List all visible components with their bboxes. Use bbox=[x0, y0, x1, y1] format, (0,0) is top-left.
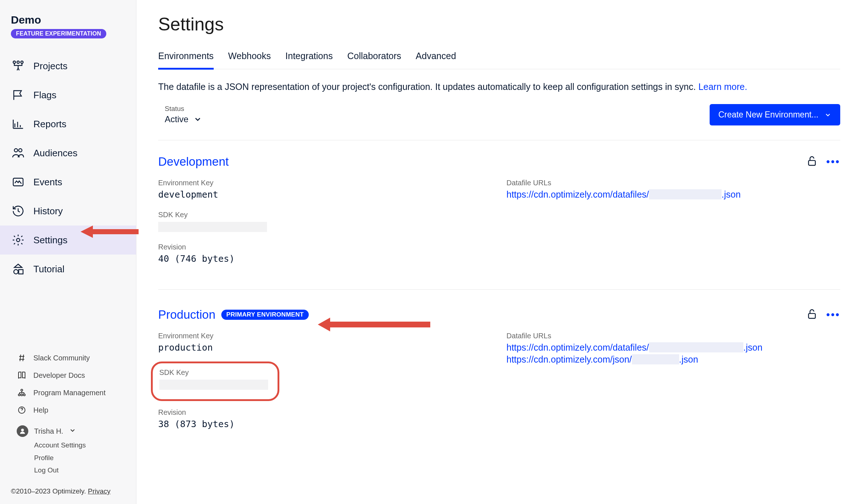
sidebar-item-label: Audiences bbox=[33, 148, 77, 159]
url-prefix: https://cdn.optimizely.com/datafiles/ bbox=[506, 189, 649, 200]
privacy-link[interactable]: Privacy bbox=[88, 487, 110, 495]
datafile-url[interactable]: https://cdn.optimizely.com/datafiles/.js… bbox=[506, 342, 840, 353]
sidebar-item-label: Settings bbox=[33, 235, 67, 246]
sidebar-link-program[interactable]: Program Management bbox=[17, 384, 125, 401]
sdk-key-value bbox=[159, 379, 268, 390]
more-menu-icon[interactable]: ••• bbox=[826, 310, 840, 320]
sidebar-link-slack[interactable]: Slack Community bbox=[17, 349, 125, 367]
environment-key-value: development bbox=[158, 189, 492, 200]
book-icon bbox=[17, 370, 27, 380]
link-label: Slack Community bbox=[33, 354, 90, 362]
sidebar-link-docs[interactable]: Developer Docs bbox=[17, 367, 125, 384]
user-link-profile[interactable]: Profile bbox=[34, 452, 125, 464]
svg-point-8 bbox=[14, 270, 18, 274]
svg-point-6 bbox=[17, 239, 20, 242]
sidebar-item-label: Reports bbox=[33, 119, 66, 130]
sidebar-item-reports[interactable]: Reports bbox=[0, 110, 136, 139]
field-label-sdk-key: SDK Key bbox=[158, 211, 492, 219]
reports-icon bbox=[11, 117, 25, 131]
main-content: Settings Environments Webhooks Integrati… bbox=[136, 0, 862, 504]
sidebar-item-audiences[interactable]: Audiences bbox=[0, 139, 136, 168]
tab-environments[interactable]: Environments bbox=[158, 46, 214, 70]
tab-advanced[interactable]: Advanced bbox=[416, 46, 456, 70]
sidebar-nav: Projects Flags Reports Audiences Events … bbox=[0, 51, 136, 284]
field-label-revision: Revision bbox=[158, 408, 492, 417]
field-label-revision: Revision bbox=[158, 243, 492, 251]
url-suffix: .json bbox=[679, 354, 698, 365]
button-label: Create New Environment... bbox=[718, 110, 818, 120]
user-link-logout[interactable]: Log Out bbox=[34, 464, 125, 476]
description-text: The datafile is a JSON representation of… bbox=[158, 82, 698, 92]
sidebar-item-events[interactable]: Events bbox=[0, 168, 136, 197]
svg-marker-7 bbox=[15, 264, 22, 268]
product-badge: FEATURE EXPERIMENTATION bbox=[11, 29, 106, 38]
project-name: Demo bbox=[11, 14, 125, 26]
link-label: Developer Docs bbox=[33, 371, 85, 380]
sidebar-item-flags[interactable]: Flags bbox=[0, 80, 136, 110]
history-icon bbox=[11, 204, 25, 218]
flag-icon bbox=[11, 88, 25, 102]
sidebar-item-projects[interactable]: Projects bbox=[0, 51, 136, 80]
link-label: Program Management bbox=[33, 389, 106, 397]
user-name[interactable]: Trisha H. bbox=[34, 427, 63, 435]
sitemap-icon bbox=[17, 388, 27, 398]
svg-point-4 bbox=[19, 149, 22, 152]
primary-environment-badge: PRIMARY ENVIRONMENT bbox=[221, 310, 309, 320]
description: The datafile is a JSON representation of… bbox=[158, 80, 840, 94]
sidebar-item-history[interactable]: History bbox=[0, 197, 136, 226]
datafile-url[interactable]: https://cdn.optimizely.com/datafiles/.js… bbox=[506, 189, 840, 200]
create-environment-button[interactable]: Create New Environment... bbox=[710, 104, 840, 125]
sidebar-item-settings[interactable]: Settings bbox=[0, 226, 136, 255]
sidebar-item-tutorial[interactable]: Tutorial bbox=[0, 255, 136, 284]
filter-label: Status bbox=[165, 105, 202, 113]
sidebar-item-label: Events bbox=[33, 177, 62, 188]
learn-more-link[interactable]: Learn more. bbox=[698, 82, 747, 92]
field-label-sdk-key: SDK Key bbox=[159, 368, 268, 377]
svg-point-2 bbox=[21, 61, 23, 63]
tab-integrations[interactable]: Integrations bbox=[286, 46, 333, 70]
user-link-account-settings[interactable]: Account Settings bbox=[34, 439, 125, 451]
sidebar-item-label: Projects bbox=[33, 61, 67, 72]
svg-rect-17 bbox=[808, 313, 815, 318]
more-menu-icon[interactable]: ••• bbox=[826, 157, 840, 167]
environment-name-link[interactable]: Development bbox=[158, 155, 229, 169]
field-label-datafile-urls: Datafile URLs bbox=[506, 179, 840, 187]
unlock-icon[interactable] bbox=[806, 308, 818, 321]
chevron-down-icon[interactable] bbox=[69, 427, 76, 436]
footer: ©2010–2023 Optimizely. Privacy bbox=[0, 480, 136, 504]
chevron-down-icon bbox=[193, 115, 202, 124]
copyright: ©2010–2023 Optimizely. bbox=[11, 487, 86, 495]
sidebar-item-label: Tutorial bbox=[33, 264, 65, 275]
revision-value: 38 (873 bytes) bbox=[158, 419, 492, 429]
svg-point-10 bbox=[21, 389, 23, 391]
svg-point-3 bbox=[15, 149, 18, 152]
environment-key-value: production bbox=[158, 342, 492, 353]
svg-rect-9 bbox=[19, 270, 23, 274]
redacted-segment bbox=[649, 342, 743, 352]
svg-point-11 bbox=[19, 394, 20, 396]
audiences-icon bbox=[11, 146, 25, 160]
svg-point-1 bbox=[17, 61, 20, 63]
sidebar-item-label: History bbox=[33, 206, 63, 217]
svg-point-0 bbox=[13, 61, 16, 63]
hash-icon bbox=[17, 353, 27, 363]
environment-name-link[interactable]: Production bbox=[158, 308, 216, 322]
link-label: Help bbox=[33, 406, 48, 414]
url-suffix: .json bbox=[722, 189, 741, 200]
datafile-url[interactable]: https://cdn.optimizely.com/json/.json bbox=[506, 354, 840, 365]
sidebar: Demo FEATURE EXPERIMENTATION Projects Fl… bbox=[0, 0, 136, 504]
url-prefix: https://cdn.optimizely.com/json/ bbox=[506, 354, 632, 365]
filter-value: Active bbox=[165, 114, 188, 124]
status-filter[interactable]: Status Active bbox=[158, 105, 202, 124]
revision-value: 40 (746 bytes) bbox=[158, 253, 492, 264]
field-label-env-key: Environment Key bbox=[158, 179, 492, 187]
unlock-icon[interactable] bbox=[806, 155, 818, 168]
events-icon bbox=[11, 175, 25, 189]
projects-icon bbox=[11, 59, 25, 73]
sidebar-link-help[interactable]: Help bbox=[17, 401, 125, 419]
tab-webhooks[interactable]: Webhooks bbox=[228, 46, 271, 70]
avatar bbox=[17, 425, 28, 437]
redacted-segment bbox=[632, 354, 679, 364]
url-prefix: https://cdn.optimizely.com/datafiles/ bbox=[506, 342, 649, 353]
tab-collaborators[interactable]: Collaborators bbox=[347, 46, 401, 70]
